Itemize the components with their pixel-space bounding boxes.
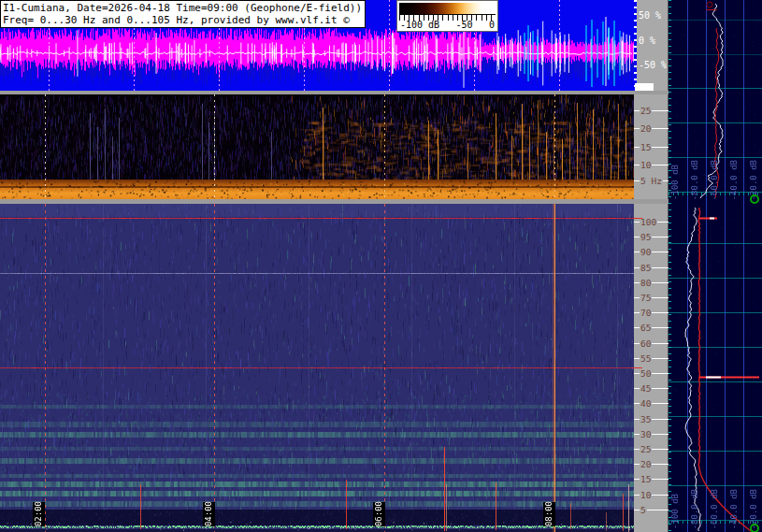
freq-label: 80: [640, 279, 652, 288]
db-axis-label: -40.0 dB: [728, 161, 740, 200]
freq-label: 5 Hz: [640, 177, 663, 186]
freq-label: 60: [640, 339, 652, 349]
spectrogram-0-30hz: [0, 94, 634, 199]
freq-label-row: 10: [634, 160, 669, 170]
freq-label: 70: [640, 309, 652, 318]
time-label-text: 08:00: [543, 501, 555, 526]
freq-label: 5: [640, 506, 647, 515]
freq-label: 40: [640, 399, 652, 409]
scale-white-box: [635, 83, 654, 91]
freq-label-row: 30: [634, 429, 669, 439]
mains-100hz-mark: [632, 218, 642, 219]
db-axis-label-text: -40.0 dB: [728, 160, 740, 200]
percent-label: -50 %: [639, 60, 667, 70]
db-axis-label: -20.0 dB: [748, 161, 759, 200]
db-axis-label-text: -100 dB: [669, 165, 681, 200]
time-label: 06:00: [373, 502, 385, 526]
spectrum-side-panel: [669, 0, 762, 532]
freq-label: 35: [640, 415, 652, 424]
freq-label-row: 50: [634, 368, 669, 379]
freq-label-row: 95: [634, 232, 669, 242]
db-axis-label: -60.0 dB: [709, 490, 720, 529]
freq-label: 15: [640, 475, 652, 484]
time-label: 08:00: [543, 502, 555, 526]
freq-label-row: 20: [634, 459, 669, 469]
freq-label-row: 60: [634, 338, 669, 349]
freq-label: 65: [640, 324, 652, 333]
freq-label: 25: [640, 445, 652, 454]
db-axis-label-text: -100 dB: [669, 494, 681, 529]
freq-label-row: 25: [634, 106, 669, 116]
freq-label-row: 90: [634, 247, 669, 257]
db-axis-label: -80.0 dB: [689, 490, 700, 529]
db-axis-label-text: -80.0 dB: [689, 489, 700, 529]
freq-label-row: 45: [634, 383, 669, 394]
freq-label-row: 75: [634, 293, 669, 303]
freq-label-row: 5 Hz: [634, 176, 669, 186]
freq-label: 75: [640, 294, 652, 303]
time-label-text: 04:00: [203, 501, 215, 526]
title-line1: I1-Cumiana, Date=2026-04-18 Time=09:00 (…: [3, 2, 362, 14]
db-axis-label-text: -20.0 dB: [748, 160, 759, 200]
waveform-tick-column: [634, 0, 637, 91]
freq-label: 20: [640, 460, 652, 469]
freq-label: 95: [640, 233, 652, 242]
db-axis-label-text: -20.0 dB: [748, 489, 759, 529]
freq-label: 100: [640, 218, 657, 227]
freq-label: 20: [640, 124, 652, 134]
panel-separator-bottom: [0, 199, 669, 204]
db-axis-label-text: -60.0 dB: [709, 489, 720, 529]
freq-label: 15: [640, 143, 652, 152]
db-axis-label-text: -60.0 dB: [709, 160, 720, 200]
freq-label: 55: [640, 354, 652, 364]
freq-label: 45: [640, 384, 652, 394]
db-axis-label-text: -40.0 dB: [728, 489, 740, 529]
panel-separator-top: [0, 91, 669, 94]
freq-label: 10: [640, 161, 652, 170]
freq-label-row: 35: [634, 414, 669, 424]
freq-label-row: 70: [634, 308, 669, 318]
colorbar-label-min: -100 dB: [400, 20, 439, 30]
mains-50hz-mark: [632, 367, 642, 368]
db-axis-label: -100 dB: [669, 161, 681, 200]
freq-label-row: 15: [634, 142, 669, 152]
db-axis-label: -20.0 dB: [748, 490, 759, 529]
colorbar-gradient: [399, 3, 496, 14]
freq-label: 50: [640, 369, 652, 379]
percent-label: 0 %: [639, 36, 655, 46]
db-axis-label: -80.0 dB: [689, 161, 700, 200]
freq-label-row: 80: [634, 278, 669, 288]
freq-label: 25: [640, 107, 652, 116]
spectrogram-0-105hz: [0, 204, 634, 532]
db-axis-label: -40.0 dB: [728, 490, 740, 529]
colorbar-labels: -100 dB -50 0: [400, 20, 495, 30]
db-colorbar-legend: -100 dB -50 0: [396, 0, 498, 32]
freq-label-row: 40: [634, 398, 669, 409]
db-axis-label: -100 dB: [669, 490, 681, 529]
time-label-text: 02:00: [33, 501, 45, 526]
colorbar-label-mid: -50: [456, 20, 473, 30]
freq-label-row: 5: [634, 505, 669, 515]
time-label: 04:00: [203, 502, 215, 526]
station-title: I1-Cumiana, Date=2026-04-18 Time=09:00 (…: [0, 0, 366, 28]
frequency-scale-strip: 50 %0 %-50 % 252015105 Hz 10095908580757…: [634, 0, 669, 532]
freq-label: 30: [640, 430, 652, 439]
db-axis-label-text: -80.0 dB: [689, 160, 700, 200]
freq-label-row: 10: [634, 490, 669, 500]
percent-label: 50 %: [639, 10, 661, 21]
freq-label-row: 25: [634, 444, 669, 454]
freq-label: 90: [640, 248, 652, 257]
title-line2: Freq= 0...30 Hz and 0...105 Hz, provided…: [3, 14, 350, 26]
time-label-text: 06:00: [373, 501, 385, 526]
freq-label-row: 65: [634, 323, 669, 333]
freq-label-row: 55: [634, 353, 669, 364]
freq-label-row: 15: [634, 474, 669, 484]
db-axis-label: -60.0 dB: [709, 161, 720, 200]
freq-label-row: 85: [634, 263, 669, 273]
colorbar-label-max: 0: [489, 20, 495, 30]
freq-label: 10: [640, 491, 652, 500]
vlf-monitor-screen: I1-Cumiana, Date=2026-04-18 Time=09:00 (…: [0, 0, 762, 532]
freq-label: 85: [640, 264, 652, 273]
freq-label-row: 20: [634, 123, 669, 134]
time-label: 02:00: [33, 502, 45, 526]
